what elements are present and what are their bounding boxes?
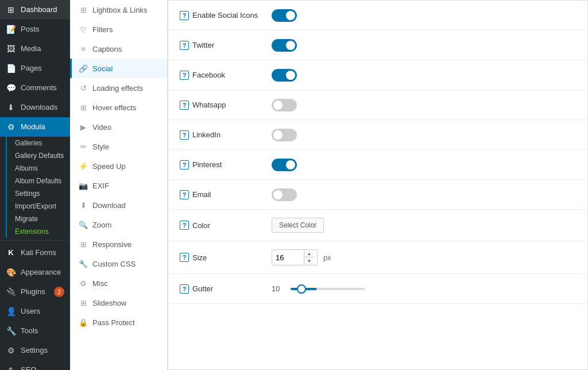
sidebar-item-media[interactable]: 🖼 Media xyxy=(0,39,70,59)
sidebar-item-label: Modula xyxy=(21,122,64,132)
help-icon-pinterest[interactable]: ? xyxy=(180,160,189,169)
help-icon-twitter[interactable]: ? xyxy=(180,41,189,50)
plugin-sidebar-label: Responsive xyxy=(92,240,131,249)
submenu-galleries[interactable]: Galleries xyxy=(9,137,70,149)
row-label-text: Twitter xyxy=(192,41,214,49)
exif-icon: 📷 xyxy=(79,181,88,190)
row-label-text: Whatsapp xyxy=(192,101,226,109)
submenu-gallery-defaults[interactable]: Gallery Defaults xyxy=(9,149,70,162)
submenu-albums[interactable]: Albums xyxy=(9,162,70,175)
plugin-sidebar-lightbox[interactable]: ⊞ Lightbox & Links xyxy=(70,0,167,20)
plugin-sidebar-download[interactable]: ⬇ Download xyxy=(70,195,167,215)
row-control: Select Color xyxy=(272,218,576,233)
sidebar-item-posts[interactable]: 📝 Posts xyxy=(0,20,70,39)
row-label: ? Pinterest xyxy=(180,160,272,169)
pages-icon: 📄 xyxy=(6,63,16,74)
sidebar-item-dashboard[interactable]: ⊞ Dashboard xyxy=(0,0,70,20)
size-spinner-up[interactable]: ▲ xyxy=(304,250,314,257)
plugin-sidebar-custom-css[interactable]: 🔧 Custom CSS xyxy=(70,254,167,273)
plugin-sidebar-zoom[interactable]: 🔍 Zoom xyxy=(70,215,167,234)
help-icon-facebook[interactable]: ? xyxy=(180,71,189,80)
row-label: ? Gutter xyxy=(180,284,272,294)
sidebar-item-users[interactable]: 👤 Users xyxy=(0,302,70,321)
submenu-album-defaults[interactable]: Album Defaults xyxy=(9,175,70,187)
gutter-slider[interactable] xyxy=(291,288,365,290)
help-icon-whatsapp[interactable]: ? xyxy=(180,101,189,110)
toggle-pinterest[interactable] xyxy=(272,159,297,171)
help-icon-size[interactable]: ? xyxy=(180,253,189,262)
plugin-sidebar-video[interactable]: ▶ Video xyxy=(70,117,167,137)
row-label: ? Twitter xyxy=(180,41,272,50)
sidebar-item-modula[interactable]: ⚙ Modula xyxy=(0,117,70,137)
toggle-knob xyxy=(286,160,295,169)
toggle-twitter[interactable] xyxy=(272,39,297,52)
toggle-email[interactable] xyxy=(272,188,297,201)
gutter-value: 10 xyxy=(272,284,286,293)
plugin-sidebar-label: Filters xyxy=(92,25,113,34)
sidebar-item-label: Users xyxy=(21,307,64,317)
plugins-badge: 2 xyxy=(54,287,64,297)
select-color-button[interactable]: Select Color xyxy=(272,218,324,233)
main-content: ? Enable Social Icons ? Twitter xyxy=(168,0,588,370)
plugin-sidebar-style[interactable]: ✏ Style xyxy=(70,137,167,156)
sidebar-item-plugins[interactable]: 🔌 Plugins 2 xyxy=(0,282,70,302)
help-icon-enable-social[interactable]: ? xyxy=(180,11,189,20)
submenu-settings[interactable]: Settings xyxy=(9,187,70,200)
sidebar-item-kali-forms[interactable]: K Kali Forms xyxy=(0,243,70,263)
submenu-extensions[interactable]: Extensions xyxy=(9,225,70,238)
video-icon: ▶ xyxy=(79,122,88,132)
sidebar-item-label: Settings xyxy=(21,346,64,356)
size-input[interactable] xyxy=(272,250,304,265)
plugin-sidebar-hover-effects[interactable]: ⊞ Hover effects xyxy=(70,98,167,117)
sidebar-item-label: Tools xyxy=(21,326,64,336)
row-control: 10 xyxy=(272,284,576,293)
sidebar-item-label: Pages xyxy=(21,64,64,74)
row-gutter: ? Gutter 10 xyxy=(168,274,587,304)
help-icon-linkedin[interactable]: ? xyxy=(180,130,189,140)
help-icon-color[interactable]: ? xyxy=(180,221,189,230)
row-label-text: Pinterest xyxy=(192,160,222,169)
sidebar-item-tools[interactable]: 🔧 Tools xyxy=(0,321,70,341)
plugin-sidebar-label: Custom CSS xyxy=(92,260,136,268)
plugin-sidebar-speed-up[interactable]: ⚡ Speed Up xyxy=(70,156,167,176)
help-icon-gutter[interactable]: ? xyxy=(180,284,189,294)
sidebar-item-label: Comments xyxy=(21,83,64,93)
submenu-import-export[interactable]: Import/Export xyxy=(9,200,70,213)
sidebar-item-settings[interactable]: ⚙ Settings xyxy=(0,341,70,360)
row-linkedin: ? LinkedIn xyxy=(168,120,587,150)
toggle-track xyxy=(272,159,297,171)
plugin-sidebar-label: Zoom xyxy=(92,221,111,229)
row-label-text: Color xyxy=(192,221,210,230)
plugin-sidebar-slideshow[interactable]: ⊞ Slideshow xyxy=(70,293,167,313)
sidebar-item-downloads[interactable]: ⬇ Downloads xyxy=(0,98,70,117)
plugin-sidebar-loading-effects[interactable]: ↺ Loading effects xyxy=(70,78,167,98)
media-icon: 🖼 xyxy=(6,44,16,54)
plugin-sidebar-social[interactable]: 🔗 Social xyxy=(70,59,167,78)
submenu-migrate[interactable]: Migrate xyxy=(9,213,70,225)
sidebar-item-comments[interactable]: 💬 Comments xyxy=(0,78,70,98)
plugin-sidebar-pass-protect[interactable]: 🔒 Pass Protect xyxy=(70,313,167,332)
sidebar-item-pages[interactable]: 📄 Pages xyxy=(0,59,70,78)
sidebar-item-appearance[interactable]: 🎨 Appearance xyxy=(0,263,70,282)
row-label-text: Gutter xyxy=(192,284,213,293)
plugin-sidebar-captions[interactable]: ≡ Captions xyxy=(70,39,167,59)
plugin-sidebar-exif[interactable]: 📷 EXIF xyxy=(70,176,167,195)
help-icon-email[interactable]: ? xyxy=(180,190,189,199)
sidebar-item-label: SEO xyxy=(21,365,64,370)
row-pinterest: ? Pinterest xyxy=(168,150,587,180)
style-icon: ✏ xyxy=(79,142,88,151)
plugin-sidebar-responsive[interactable]: ⊞ Responsive xyxy=(70,234,167,254)
seo-icon: S xyxy=(6,365,16,370)
misc-icon: ⚙ xyxy=(79,279,88,288)
sidebar-item-seo[interactable]: S SEO xyxy=(0,360,70,370)
plugin-sidebar-filters[interactable]: ▽ Filters xyxy=(70,20,167,39)
toggle-knob xyxy=(286,11,295,20)
toggle-enable-social[interactable] xyxy=(272,9,297,22)
size-spinner-down[interactable]: ▼ xyxy=(304,257,314,265)
toggle-linkedin[interactable] xyxy=(272,129,297,141)
row-color: ? Color Select Color xyxy=(168,210,587,241)
toggle-whatsapp[interactable] xyxy=(272,99,297,111)
toggle-facebook[interactable] xyxy=(272,69,297,82)
plugin-sidebar: ⊞ Lightbox & Links ▽ Filters ≡ Captions … xyxy=(70,0,168,370)
plugin-sidebar-misc[interactable]: ⚙ Misc xyxy=(70,273,167,293)
